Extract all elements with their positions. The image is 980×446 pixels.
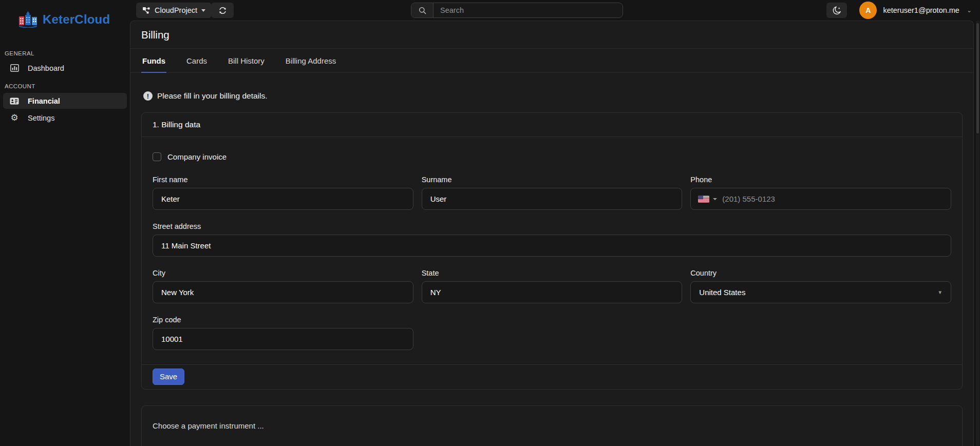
country-field-group: Country United States ▼ [690,269,951,303]
surname-field-group: Surname [422,176,683,210]
state-field-group: State [422,269,683,303]
sidebar-item-settings[interactable]: ⚙ Settings [3,110,127,126]
payment-instrument-card: Choose a payment instrument ... [141,405,963,446]
us-flag-icon[interactable] [698,196,709,203]
alert-text: Please fill in your billing details. [157,91,268,101]
sidebar: KeterCloud GENERAL Dashboard ACCOUNT [0,0,130,446]
user-avatar[interactable]: A [859,2,877,19]
city-field-group: City [153,269,413,303]
keter-buildings-icon [18,11,38,28]
billing-panel: Billing Funds Cards Bill History Billing… [130,21,974,446]
first-name-field-group: First name [153,176,413,210]
zip-label: Zip code [153,316,413,324]
user-email[interactable]: keteruser1@proton.me [883,6,959,14]
country-label: Country [690,269,951,277]
project-selector-label: CloudProject [155,6,197,14]
state-input[interactable] [422,281,683,303]
search-icon [411,3,434,17]
billing-data-title: 1. Billing data [142,113,962,137]
tab-bill-history[interactable]: Bill History [227,49,266,73]
search-box [411,3,623,18]
chevron-down-icon[interactable]: ⌄ [967,7,972,14]
phone-input-wrap [690,188,951,210]
phone-label: Phone [690,176,951,184]
tab-billing-address[interactable]: Billing Address [285,49,337,73]
gear-icon: ⚙ [10,114,19,122]
company-invoice-checkbox[interactable] [153,152,161,161]
billing-data-card: 1. Billing data Company invoice First na… [141,112,963,390]
brand-logo[interactable]: KeterCloud [18,11,127,28]
billing-form: First name Surname Phone [153,176,951,350]
theme-toggle-button[interactable] [826,3,847,18]
company-invoice-label: Company invoice [167,152,227,161]
sidebar-section-general: GENERAL [5,50,127,56]
street-field-group: Street address [153,222,951,257]
vertical-scrollbar[interactable] [976,21,979,446]
city-input[interactable] [153,281,413,303]
page-title: Billing [130,21,973,49]
exclamation-circle-icon: ! [143,91,153,101]
sidebar-item-dashboard[interactable]: Dashboard [3,60,127,76]
brand-name: KeterCloud [43,12,110,27]
scrollbar-thumb[interactable] [976,23,979,133]
sidebar-item-financial[interactable]: Financial [3,93,127,109]
topbar-right-group: A keteruser1@proton.me ⌄ [826,0,972,21]
bar-chart-icon [10,64,19,72]
country-selected-value: United States [699,288,745,297]
flag-caret-icon[interactable] [713,198,717,200]
tab-cards[interactable]: Cards [185,49,208,73]
payment-instrument-text: Choose a payment instrument ... [153,421,264,430]
zip-field-group: Zip code [153,316,413,350]
city-label: City [153,269,413,277]
company-invoice-row[interactable]: Company invoice [153,152,951,161]
street-label: Street address [153,222,951,230]
surname-input[interactable] [422,188,683,210]
tab-funds[interactable]: Funds [141,49,166,73]
refresh-button[interactable] [211,3,234,18]
sidebar-item-label: Settings [28,114,54,122]
refresh-icon [218,6,227,15]
street-input[interactable] [153,235,951,257]
state-label: State [422,269,683,277]
phone-input[interactable] [722,195,946,203]
sidebar-section-account: ACCOUNT [5,83,127,89]
billing-tabs: Funds Cards Bill History Billing Address [130,49,973,73]
billing-data-body: Company invoice First name Surname Phone [142,137,962,364]
id-card-icon [10,97,19,105]
sidebar-item-label: Financial [28,97,60,105]
topbar: CloudProject [130,0,980,21]
billing-data-footer: Save [142,364,962,389]
first-name-input[interactable] [153,188,413,210]
save-button[interactable]: Save [153,369,184,385]
tab-content: ! Please fill in your billing details. 1… [130,73,973,446]
search-input[interactable] [434,3,623,17]
project-selector-button[interactable]: CloudProject [136,3,212,18]
zip-input[interactable] [153,328,413,350]
share-nodes-icon [142,7,150,14]
surname-label: Surname [422,176,683,184]
phone-field-group: Phone [690,176,951,210]
caret-down-icon [201,9,205,12]
billing-alert: ! Please fill in your billing details. [143,91,960,101]
sidebar-item-label: Dashboard [28,64,64,72]
select-caret-icon: ▼ [938,289,943,295]
country-select[interactable]: United States ▼ [690,281,951,303]
moon-sparkle-icon [832,6,842,15]
first-name-label: First name [153,176,413,184]
